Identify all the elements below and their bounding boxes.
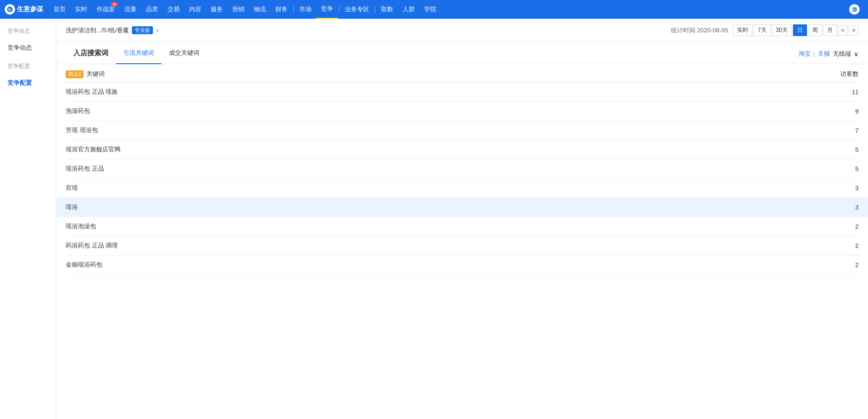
- time-tab-realtime[interactable]: 实时: [733, 24, 753, 36]
- keyword-5: 宫瑶: [66, 184, 821, 192]
- top-navigation: 生 生意参谋 首页 实时 作战室 ● 流量 品类 交易 内容 服务 营销 物流 …: [0, 0, 868, 19]
- nav-category[interactable]: 品类: [141, 0, 163, 19]
- col-visitors-header: 访客数: [821, 70, 859, 78]
- warroom-badge: ●: [111, 2, 118, 7]
- value-6: 3: [821, 204, 859, 211]
- nav-homepage[interactable]: 首页: [49, 0, 70, 19]
- keyword-3: 瑶浴官方旗舰店官网: [66, 145, 821, 154]
- table-row[interactable]: 瑶浴泡澡包 2: [66, 217, 859, 236]
- keyword-4: 瑶浴药包 正品: [66, 165, 821, 173]
- value-4: 5: [821, 165, 859, 172]
- nav-crowd[interactable]: 人群: [398, 0, 419, 19]
- sidebar-section-config: 竞争配置 竞争配置: [0, 59, 56, 92]
- time-tab-30days[interactable]: 30天: [772, 24, 792, 36]
- nav-items: 首页 实时 作战室 ● 流量 品类 交易 内容 服务 营销 物流 财务 市场 竞…: [49, 0, 845, 19]
- table-row[interactable]: 瑶浴官方旗舰店官网 5: [66, 140, 859, 159]
- nav-business-zone[interactable]: 业务专区: [340, 0, 374, 19]
- user-avatar: 游: [849, 4, 860, 15]
- main-layout: 竞争动态 竞争动态 竞争配置 竞争配置 洗护清洁剂...巾/纸/香薰 专业版 ∨…: [0, 19, 868, 419]
- value-9: 2: [821, 262, 859, 269]
- tab-store-search[interactable]: 入店搜索词: [66, 42, 116, 64]
- nav-divider-3: [375, 6, 375, 13]
- svg-text:生: 生: [8, 7, 11, 11]
- shop-name: 洗护清洁剂...巾/纸/香薰: [66, 26, 129, 35]
- filter-sep: |: [814, 51, 815, 58]
- table-row[interactable]: 芳瑶 瑶浴包 7: [66, 121, 859, 140]
- nav-competition[interactable]: 竞争: [316, 0, 338, 19]
- keyword-7: 瑶浴泡澡包: [66, 222, 821, 231]
- tab-section: 入店搜索词 引流关键词 成交关键词 淘宝 | 天猫 无线端 ∨: [56, 42, 868, 64]
- dropdown-arrow-icon: ∨: [156, 28, 159, 33]
- nav-right: 游: [845, 4, 863, 15]
- filter-tianmao[interactable]: 天猫: [818, 50, 830, 58]
- time-tab-week[interactable]: 周: [808, 24, 822, 36]
- stat-time-label: 统计时间 2020-08-05: [671, 26, 728, 35]
- nav-traffic[interactable]: 流量: [120, 0, 141, 19]
- sidebar-item-competition-dynamics[interactable]: 竞争动态: [0, 39, 56, 57]
- nav-content[interactable]: 内容: [184, 0, 206, 19]
- nav-market[interactable]: 市场: [295, 0, 316, 19]
- value-8: 2: [821, 242, 859, 249]
- nav-marketing[interactable]: 营销: [228, 0, 249, 19]
- table-row-highlighted[interactable]: 瑶浴 3: [56, 198, 868, 217]
- time-nav-prev[interactable]: <: [838, 25, 848, 36]
- table-row[interactable]: 药浴药包 正品 调理 2: [66, 236, 859, 255]
- sidebar-section-title-config: 竞争配置: [0, 59, 56, 74]
- sidebar-section-dynamics: 竞争动态 竞争动态: [0, 23, 56, 57]
- keyword-2: 芳瑶 瑶浴包: [66, 126, 821, 135]
- nav-warroom[interactable]: 作战室 ●: [92, 0, 120, 19]
- keyword-8: 药浴药包 正品 调理: [66, 241, 821, 250]
- nav-divider-1: [293, 6, 294, 13]
- table-row[interactable]: 宫瑶 3: [66, 179, 859, 198]
- table-row[interactable]: 瑶浴药包 正品 瑶族 11: [66, 82, 859, 102]
- tab-transaction-keyword[interactable]: 成交关键词: [161, 42, 207, 64]
- col-keyword-header: 关键词: [86, 70, 821, 78]
- nav-academy[interactable]: 学院: [419, 0, 441, 19]
- time-tab-day[interactable]: 日: [793, 24, 807, 36]
- time-tabs: 实时 7天 30天 日 周 月 < >: [733, 24, 859, 36]
- keyword-9: 金御瑶浴药包: [66, 261, 821, 269]
- value-3: 5: [821, 146, 859, 153]
- logo-icon: 生: [5, 4, 15, 15]
- value-2: 7: [821, 127, 859, 134]
- tabs: 入店搜索词 引流关键词 成交关键词: [66, 42, 207, 64]
- tab-traffic-keyword[interactable]: 引流关键词: [116, 42, 161, 64]
- table-row[interactable]: 金御瑶浴药包 2: [66, 255, 859, 275]
- keyword-1: 泡澡药包: [66, 107, 821, 115]
- sidebar-section-title-dynamics: 竞争动态: [0, 23, 56, 39]
- filter-wuxianzhan[interactable]: 无线端: [833, 50, 851, 58]
- nav-service[interactable]: 服务: [206, 0, 228, 19]
- nav-divider-2: [339, 6, 339, 13]
- nav-data[interactable]: 取数: [376, 0, 398, 19]
- value-1: 9: [821, 108, 859, 115]
- keyword-6: 瑶浴: [66, 203, 821, 211]
- table-row[interactable]: 瑶浴药包 正品 5: [66, 159, 859, 179]
- filter-taobao[interactable]: 淘宝: [799, 50, 811, 58]
- sidebar-item-competition-config[interactable]: 竞争配置: [0, 74, 56, 92]
- logo[interactable]: 生 生意参谋: [5, 4, 43, 15]
- table-row[interactable]: 泡澡药包 9: [66, 102, 859, 121]
- nav-finance[interactable]: 财务: [271, 0, 292, 19]
- pro-badge: 专业版: [132, 26, 153, 34]
- toolbar: 洗护清洁剂...巾/纸/香薰 专业版 ∨ 统计时间 2020-08-05 实时 …: [56, 19, 868, 42]
- nav-realtime[interactable]: 实时: [70, 0, 92, 19]
- shop-selector[interactable]: 洗护清洁剂...巾/纸/香薰 专业版 ∨: [66, 26, 159, 35]
- time-nav-next[interactable]: >: [849, 25, 859, 36]
- nav-logistics[interactable]: 物流: [249, 0, 271, 19]
- nav-transaction[interactable]: 交易: [163, 0, 184, 19]
- logo-text: 生意参谋: [17, 5, 43, 14]
- value-5: 3: [821, 185, 859, 192]
- filter-dropdown-icon: ∨: [854, 51, 859, 58]
- keyword-0: 瑶浴药包 正品 瑶族: [66, 88, 821, 96]
- nav-user[interactable]: 游: [845, 4, 863, 15]
- time-tab-month[interactable]: 月: [823, 24, 837, 36]
- tab-right-filters: 淘宝 | 天猫 无线端 ∨: [799, 50, 859, 64]
- col-badge: 商品1: [66, 70, 84, 78]
- table-header: 商品1 关键词 访客数: [66, 64, 859, 82]
- value-7: 2: [821, 223, 859, 230]
- table-section: 商品1 关键词 访客数 瑶浴药包 正品 瑶族 11 泡澡药包 9 芳瑶 瑶浴包 …: [56, 64, 868, 419]
- content-area: 洗护清洁剂...巾/纸/香薰 专业版 ∨ 统计时间 2020-08-05 实时 …: [56, 19, 868, 419]
- time-tab-7days[interactable]: 7天: [754, 24, 771, 36]
- value-0: 11: [821, 89, 859, 96]
- sidebar: 竞争动态 竞争动态 竞争配置 竞争配置: [0, 19, 56, 419]
